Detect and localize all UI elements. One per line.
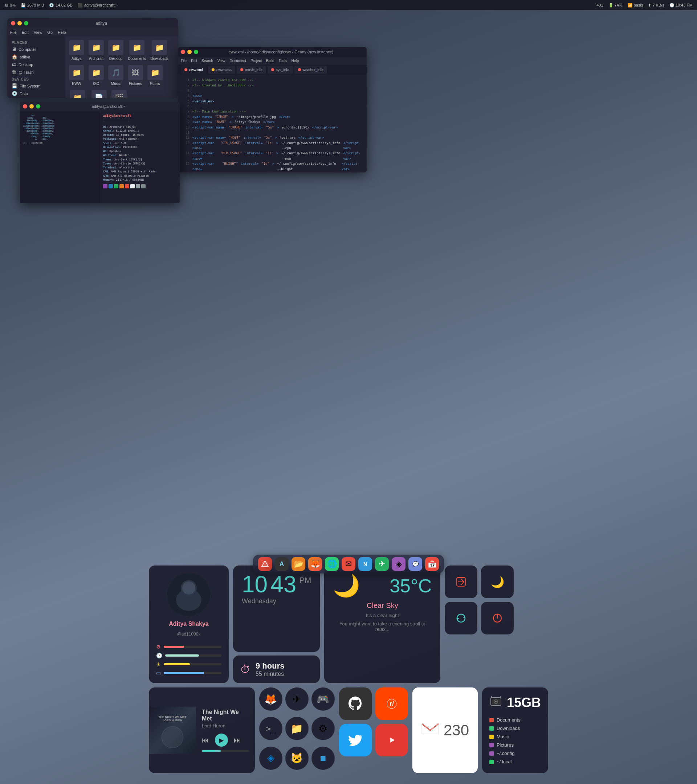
dock-app-archcraft[interactable] <box>258 557 272 571</box>
list-item[interactable]: 🎬 Videos <box>112 90 127 98</box>
vol-slider-track[interactable] <box>164 672 221 674</box>
editor-menu-search[interactable]: Search <box>201 59 213 63</box>
list-item[interactable]: 📁 EWW <box>69 65 84 86</box>
editor-menu-build[interactable]: Build <box>266 59 274 63</box>
gmail-widget[interactable]: 230 <box>412 687 478 773</box>
terminal-close-button[interactable] <box>23 104 27 109</box>
dock-app-calendar[interactable]: 📅 <box>425 557 439 571</box>
sidebar-item-computer[interactable]: 🖥 Computer <box>7 45 65 53</box>
prev-button[interactable]: ⏮ <box>202 736 209 744</box>
sys-wm: Openbox <box>110 149 121 153</box>
pictures-icon: 🖼 <box>128 65 143 80</box>
sidebar-item-desktop[interactable]: 🗂 Desktop <box>7 61 65 68</box>
editor-menu-help[interactable]: Help <box>292 59 299 63</box>
clock-slider-track[interactable] <box>165 654 221 657</box>
editor-menu-edit[interactable]: Edit <box>191 59 197 63</box>
github-button[interactable] <box>339 687 372 720</box>
tab-music-info[interactable]: music_info <box>237 66 266 74</box>
editor-menu-tools[interactable]: Tools <box>279 59 287 63</box>
editor-content[interactable]: 1<!-- Widgets config for EWW --> 2<!-- C… <box>178 75 367 172</box>
logout-button[interactable] <box>445 565 477 598</box>
list-item[interactable]: 📁 Archcraft <box>89 40 104 61</box>
fm-menu-view[interactable]: View <box>34 30 43 35</box>
sidebar-item-filesystem[interactable]: 💾 File System <box>7 82 65 90</box>
fm-menu-edit[interactable]: Edit <box>22 30 29 35</box>
terminal-body[interactable]: -m- <100y, -80y, :1000000y, :0000000y, :… <box>20 111 180 203</box>
minimize-button[interactable] <box>17 21 22 25</box>
dock-app-browser2[interactable]: 🌐 <box>325 557 339 571</box>
app-cat[interactable]: 🐱 <box>285 747 308 770</box>
refresh-button[interactable] <box>445 602 477 634</box>
list-item[interactable]: 📁 Public <box>147 65 163 86</box>
editor-menu-project[interactable]: Project <box>250 59 262 63</box>
fm-menu-go[interactable]: Go <box>47 30 53 35</box>
dock-app-email[interactable]: ✉ <box>342 557 355 571</box>
storage-item-downloads[interactable]: Downloads <box>489 724 541 733</box>
terminal-sysinfo: aditya@archcraft ───────────────── OS: A… <box>100 111 180 203</box>
storage-item-local[interactable]: ~/.local <box>489 758 541 766</box>
sidebar-item-windows[interactable]: 🪟 Windows <box>7 97 65 98</box>
list-item[interactable]: 🖼 Pictures <box>128 65 143 86</box>
fm-menu-help[interactable]: Help <box>58 30 66 35</box>
power-button[interactable] <box>481 602 514 634</box>
tab-sys-info[interactable]: sys_info <box>267 66 293 74</box>
tab-eww-xml[interactable]: eww.xml <box>181 66 206 74</box>
list-item[interactable]: 📁 Documents <box>128 40 146 61</box>
app-discord[interactable]: 🎮 <box>311 687 335 711</box>
editor-menu-view[interactable]: View <box>218 59 226 63</box>
close-button[interactable] <box>11 21 15 25</box>
list-item[interactable]: 📁 Repository <box>69 90 86 98</box>
editor-menu-document[interactable]: Document <box>230 59 247 63</box>
dock-app-firefox[interactable]: 🦊 <box>308 557 322 571</box>
night-mode-button[interactable]: 🌙 <box>481 565 514 598</box>
list-item[interactable]: 📁 Aditya <box>69 40 84 61</box>
app-telegram[interactable]: ✈ <box>285 687 308 711</box>
list-item[interactable]: 📁 Desktop <box>108 40 124 61</box>
dock-app-a[interactable]: A <box>275 557 288 571</box>
terminal-maximize-button[interactable] <box>36 104 40 109</box>
editor-minimize-button[interactable] <box>187 50 192 54</box>
play-button[interactable]: ▶ <box>215 733 228 747</box>
storage-item-pictures[interactable]: Pictures <box>489 741 541 749</box>
dock-app-files[interactable]: 📂 <box>292 557 305 571</box>
night-icon: 🌙 <box>491 576 504 588</box>
sidebar-item-trash[interactable]: 🗑 @ Trash <box>7 68 65 76</box>
bright-slider-track[interactable] <box>164 663 221 665</box>
next-button[interactable]: ⏭ <box>234 736 241 744</box>
app-terminal[interactable]: >_ <box>259 717 282 740</box>
twitter-button[interactable] <box>339 724 372 756</box>
dock-app-telegram[interactable]: ✈ <box>375 557 389 571</box>
editor-menu-file[interactable]: File <box>181 59 186 63</box>
cpu-slider-track[interactable] <box>164 646 221 648</box>
editor-maximize-button[interactable] <box>194 50 198 54</box>
list-item[interactable]: 🎵 Music <box>108 65 124 86</box>
maximize-button[interactable] <box>24 21 28 25</box>
list-item[interactable]: 📁 Downloads <box>151 40 168 61</box>
app-settings[interactable]: ⚙ <box>311 717 335 740</box>
app-cube[interactable]: ■ <box>311 747 335 770</box>
youtube-button[interactable] <box>376 724 408 756</box>
uptime-widget: ⏱ 9 hours 55 minutes <box>233 656 320 683</box>
list-item[interactable]: 📄 Templates <box>91 90 107 98</box>
storage-item-documents[interactable]: Documents <box>489 716 541 724</box>
dock-app-discord[interactable]: 💬 <box>409 557 422 571</box>
sidebar-item-data[interactable]: 💿 Data <box>7 90 65 97</box>
list-item[interactable]: 📁 ISO <box>89 65 104 86</box>
app-files[interactable]: 📁 <box>285 717 308 740</box>
dock-app-nextcloud[interactable]: N <box>358 557 372 571</box>
reddit-button[interactable]: r/ <box>376 687 408 720</box>
sidebar-item-home[interactable]: 🏠 aditya <box>7 53 65 61</box>
app-firefox[interactable]: 🦊 <box>259 687 282 711</box>
storage-item-config[interactable]: ~/.config <box>489 749 541 758</box>
storage-item-music[interactable]: Music <box>489 733 541 741</box>
terminal-minimize-button[interactable] <box>30 104 34 109</box>
tab-eww-scss[interactable]: eww.scss <box>208 66 235 74</box>
editor-close-button[interactable] <box>181 50 185 54</box>
tab-weather-info[interactable]: weather_info <box>294 66 327 74</box>
fm-menu-file[interactable]: File <box>10 30 17 35</box>
app-vscode[interactable]: ◈ <box>259 747 282 770</box>
dock-app-obsidian[interactable]: ◈ <box>392 557 405 571</box>
cpu-icon: 🖥 <box>4 3 8 7</box>
topbar-terminal-tag[interactable]: ⬛ aditya@archcraft:~ <box>78 3 118 8</box>
music-progress-bar[interactable] <box>202 750 249 752</box>
